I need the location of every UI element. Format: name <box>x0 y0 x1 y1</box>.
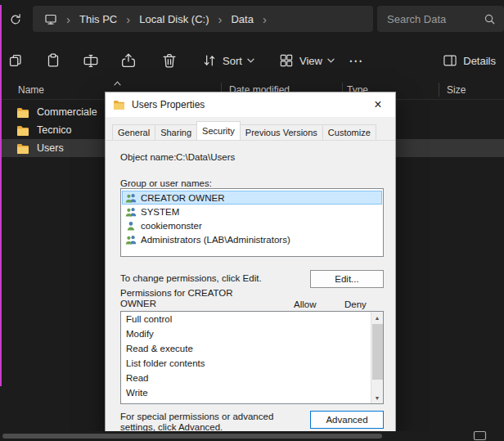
permission-name: Write <box>126 388 148 398</box>
user-name: cookiemonster <box>141 221 202 231</box>
deny-column-header: Deny <box>344 299 367 309</box>
edit-button[interactable]: Edit... <box>310 270 384 288</box>
sort-button[interactable]: Sort <box>201 51 254 70</box>
group-icon <box>125 193 137 203</box>
details-pane-button[interactable]: Details <box>442 51 496 70</box>
tab-security[interactable]: Security <box>196 121 241 140</box>
view-mode-status-icon[interactable] <box>473 430 487 441</box>
scrollbar-thumb[interactable] <box>372 324 383 380</box>
tab-general[interactable]: General <box>112 124 155 140</box>
breadcrumb: › This PC › Local Disk (C:) › Data › <box>33 6 373 32</box>
user-row-creator-owner[interactable]: CREATOR OWNER <box>122 191 382 205</box>
file-name: Tecnico <box>37 124 71 136</box>
view-grid-icon <box>278 52 295 69</box>
more-ellipsis-icon: ⋯ <box>349 52 363 70</box>
permission-name: Read & execute <box>126 344 193 353</box>
tab-sharing[interactable]: Sharing <box>155 124 197 140</box>
search-input[interactable] <box>387 13 484 25</box>
breadcrumb-chevron-icon[interactable]: › <box>263 13 267 25</box>
breadcrumb-chevron-icon[interactable]: › <box>66 13 70 25</box>
paste-icon <box>44 52 62 70</box>
permission-name: Read <box>126 373 149 383</box>
sort-ascending-icon <box>114 81 121 86</box>
folder-icon <box>16 125 29 136</box>
permission-name: List folder contents <box>126 358 205 368</box>
details-pane-icon <box>442 52 458 69</box>
sort-label: Sort <box>223 55 242 67</box>
user-name: SYSTEM <box>141 207 179 217</box>
chevron-down-icon <box>327 58 335 63</box>
details-label: Details <box>463 55 496 67</box>
view-button[interactable]: View <box>278 51 335 70</box>
edit-hint-text: To change permissions, click Edit. <box>120 273 262 283</box>
breadcrumb-item-local-disk-c[interactable]: Local Disk (C:) <box>139 13 209 25</box>
dialog-title: Users Properties <box>132 99 205 110</box>
breadcrumb-chevron-icon[interactable]: › <box>218 13 222 25</box>
user-row-administrators[interactable]: Administrators (LAB\Administrators) <box>122 232 382 246</box>
group-user-names-list[interactable]: CREATOR OWNER SYSTEM cookiemonster <box>120 188 384 257</box>
dialog-close-button[interactable]: × <box>368 95 388 115</box>
copy-button[interactable] <box>7 51 25 70</box>
permission-name: Modify <box>126 329 154 339</box>
refresh-icon <box>8 12 23 27</box>
file-name: Users <box>37 142 64 154</box>
tab-previous-versions[interactable]: Previous Versions <box>240 124 323 140</box>
window-accent-strip <box>0 5 2 386</box>
permission-name: Full control <box>126 314 172 324</box>
users-properties-dialog: Users Properties × General Sharing Secur… <box>105 92 396 432</box>
folder-icon <box>16 143 29 154</box>
refresh-button[interactable] <box>6 10 25 29</box>
column-divider[interactable] <box>439 83 439 97</box>
explorer-toolbar: Sort View ⋯ Details <box>0 43 504 79</box>
group-user-names-label: Group or user names: <box>120 178 212 188</box>
delete-button[interactable] <box>160 51 178 70</box>
advanced-hint-text: For special permissions or advanced sett… <box>120 412 305 432</box>
dialog-tabs: General Sharing Security Previous Versio… <box>112 123 376 140</box>
permissions-scrollbar[interactable]: ▲ ▼ <box>371 312 383 403</box>
copy-icon <box>7 52 25 70</box>
advanced-button[interactable]: Advanced <box>310 411 384 429</box>
view-label: View <box>299 55 322 67</box>
scroll-up-icon[interactable]: ▲ <box>371 312 383 323</box>
paste-button[interactable] <box>44 51 62 70</box>
breadcrumb-item-this-pc[interactable]: This PC <box>79 13 117 25</box>
scroll-down-icon[interactable]: ▼ <box>371 392 383 403</box>
breadcrumb-chevron-icon[interactable]: › <box>126 13 130 25</box>
column-header-name[interactable]: Name <box>18 84 44 96</box>
this-pc-icon[interactable] <box>44 13 57 25</box>
user-name: Administrators (LAB\Administrators) <box>141 235 290 245</box>
object-name-value: C:\Data\Users <box>176 152 235 162</box>
permission-row-modify[interactable]: Modify <box>121 326 383 341</box>
search-icon <box>484 13 496 25</box>
rename-button[interactable] <box>82 51 100 70</box>
breadcrumb-item-data[interactable]: Data <box>231 13 253 25</box>
tab-customize[interactable]: Customize <box>322 124 376 140</box>
permission-row-full-control[interactable]: Full control <box>121 312 383 326</box>
permission-row-list-folder-contents[interactable]: List folder contents <box>121 356 383 371</box>
file-name: Commerciale <box>37 106 97 118</box>
permissions-list[interactable]: Full control Modify Read & execute List … <box>120 311 384 404</box>
user-icon <box>125 221 137 231</box>
rename-icon <box>82 52 100 70</box>
sort-arrows-icon <box>201 52 218 69</box>
group-icon <box>125 207 137 217</box>
horizontal-scrollbar[interactable] <box>2 434 382 439</box>
object-name-label: Object name: <box>120 152 176 162</box>
explorer-bottom-bar <box>0 431 504 441</box>
folder-icon <box>16 107 29 118</box>
share-icon <box>119 52 137 70</box>
folder-icon <box>113 100 125 110</box>
chevron-down-icon <box>247 58 254 63</box>
search-box[interactable] <box>377 6 504 32</box>
user-row-cookiemonster[interactable]: cookiemonster <box>122 218 382 232</box>
group-icon <box>125 235 137 245</box>
permission-row-read[interactable]: Read <box>121 371 383 385</box>
user-row-system[interactable]: SYSTEM <box>122 205 382 218</box>
permission-row-write[interactable]: Write <box>121 385 383 400</box>
share-button[interactable] <box>119 51 137 70</box>
dialog-titlebar[interactable]: Users Properties × <box>106 92 395 117</box>
column-header-size[interactable]: Size <box>447 84 466 96</box>
permissions-for-label: Permissions for CREATOR OWNER <box>120 288 236 309</box>
more-options-button[interactable]: ⋯ <box>349 51 363 70</box>
permission-row-read-execute[interactable]: Read & execute <box>121 341 383 356</box>
